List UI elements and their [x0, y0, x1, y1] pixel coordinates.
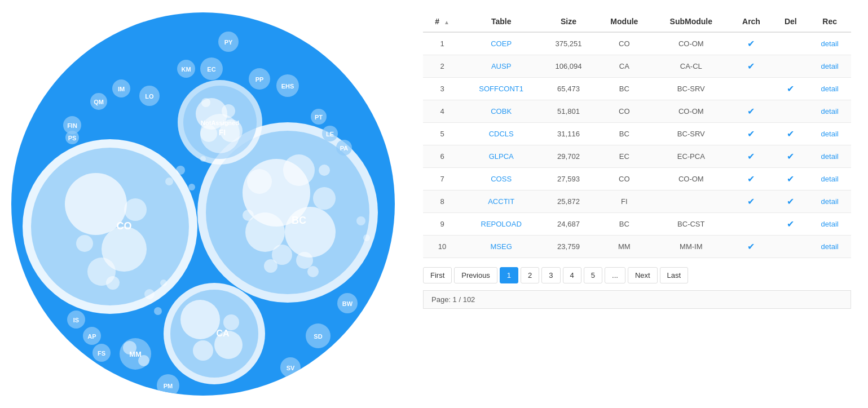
svg-point-16 — [313, 187, 336, 210]
svg-text:PM: PM — [164, 383, 173, 389]
arch-check: ✔ — [747, 107, 755, 116]
rec-detail-link[interactable]: detail — [821, 62, 839, 70]
table-link[interactable]: COSS — [491, 175, 512, 183]
cell-id: 8 — [423, 190, 461, 213]
svg-text:SV: SV — [287, 365, 295, 371]
arch-check: ✔ — [747, 174, 755, 184]
cell-arch: ✔ — [730, 190, 773, 213]
cell-submodule: BC-CST — [653, 213, 730, 236]
cell-rec: detail — [808, 32, 851, 55]
table-link[interactable]: AUSP — [491, 62, 511, 70]
table-link[interactable]: CDCLS — [489, 130, 514, 138]
svg-text:KM: KM — [181, 66, 191, 73]
bubble-chart: CO BC CA — [11, 12, 395, 396]
next-button[interactable]: Next — [628, 267, 658, 283]
rec-detail-link[interactable]: detail — [821, 220, 839, 228]
cell-id: 1 — [423, 32, 461, 55]
svg-point-86 — [188, 184, 195, 190]
pagination: First Previous 1 2 3 4 5 ... Next Last — [423, 267, 851, 283]
page-info: Page: 1 / 102 — [423, 290, 851, 309]
table-row: 1 COEP 375,251 CO CO-OM ✔ detail — [423, 32, 851, 55]
cell-table: SOFFCONT1 — [461, 78, 541, 100]
table-link[interactable]: ACCTIT — [488, 197, 514, 206]
col-header-size: Size — [541, 11, 596, 32]
svg-text:IM: IM — [118, 86, 125, 92]
rec-detail-link[interactable]: detail — [821, 175, 839, 183]
cell-rec: detail — [808, 236, 851, 258]
svg-text:PT: PT — [315, 114, 323, 121]
rec-detail-link[interactable]: detail — [821, 85, 839, 93]
svg-point-19 — [264, 259, 277, 273]
table-link[interactable]: MSEG — [491, 242, 512, 251]
cell-submodule: CA-CL — [653, 55, 730, 78]
table-link[interactable]: SOFFCONT1 — [479, 85, 523, 93]
first-button[interactable]: First — [423, 267, 452, 283]
svg-text:MM: MM — [129, 350, 142, 358]
page-3-button[interactable]: 3 — [541, 267, 560, 283]
cell-module: EC — [596, 145, 653, 168]
del-check: ✔ — [787, 152, 794, 161]
svg-point-18 — [296, 252, 313, 269]
cell-rec: detail — [808, 78, 851, 100]
svg-point-20 — [307, 266, 319, 277]
table-area: # ▲ Table Size Module SubModule Arch Del… — [406, 0, 868, 408]
table-link[interactable]: GLPCA — [489, 152, 514, 161]
svg-text:PY: PY — [224, 39, 233, 46]
rec-detail-link[interactable]: detail — [821, 242, 839, 251]
svg-point-88 — [165, 178, 173, 185]
last-button[interactable]: Last — [660, 267, 689, 283]
cell-table: ACCTIT — [461, 190, 541, 213]
col-header-module: Module — [596, 11, 653, 32]
svg-text:PS: PS — [68, 135, 77, 141]
cell-module: BC — [596, 213, 653, 236]
svg-text:IS: IS — [73, 317, 79, 323]
cell-module: FI — [596, 190, 653, 213]
cell-submodule: EC-PCA — [653, 145, 730, 168]
page-info-text: Page: 1 / 102 — [431, 295, 475, 304]
arch-check: ✔ — [747, 39, 755, 48]
svg-point-93 — [160, 280, 167, 286]
cell-arch: ✔ — [730, 100, 773, 123]
cell-arch: ✔ — [730, 145, 773, 168]
table-link[interactable]: COEP — [491, 39, 512, 48]
cell-module: BC — [596, 78, 653, 100]
rec-detail-link[interactable]: detail — [821, 107, 839, 116]
table-row: 6 GLPCA 29,702 EC EC-PCA ✔ ✔ detail — [423, 145, 851, 168]
sort-icon[interactable]: ▲ — [444, 19, 450, 25]
rec-detail-link[interactable]: detail — [821, 130, 839, 138]
cell-module: CO — [596, 168, 653, 190]
cell-module: CA — [596, 55, 653, 78]
cell-arch: ✔ — [730, 168, 773, 190]
svg-point-85 — [176, 166, 185, 175]
table-row: 8 ACCTIT 25,872 FI ✔ ✔ detail — [423, 190, 851, 213]
cell-submodule — [653, 190, 730, 213]
rec-detail-link[interactable]: detail — [821, 39, 839, 48]
page-2-button[interactable]: 2 — [521, 267, 539, 283]
cell-id: 9 — [423, 213, 461, 236]
cell-del — [773, 55, 808, 78]
cell-submodule: MM-IM — [653, 236, 730, 258]
page-4-button[interactable]: 4 — [563, 267, 581, 283]
col-header-del: Del — [773, 11, 808, 32]
cell-id: 3 — [423, 78, 461, 100]
arch-check: ✔ — [747, 242, 755, 251]
cell-id: 6 — [423, 145, 461, 168]
svg-point-21 — [319, 165, 330, 176]
svg-text:PP: PP — [255, 76, 264, 83]
cell-table: AUSP — [461, 55, 541, 78]
cell-size: 27,593 — [541, 168, 596, 190]
table-link[interactable]: REPOLOAD — [481, 220, 522, 228]
cell-table: REPOLOAD — [461, 213, 541, 236]
page-1-button[interactable]: 1 — [500, 267, 518, 283]
svg-point-90 — [363, 234, 370, 241]
rec-detail-link[interactable]: detail — [821, 197, 839, 206]
svg-point-14 — [283, 154, 315, 186]
page-ellipsis[interactable]: ... — [605, 267, 625, 283]
cell-rec: detail — [808, 100, 851, 123]
table-link[interactable]: COBK — [491, 107, 512, 116]
col-header-rec: Rec — [808, 11, 851, 32]
page-5-button[interactable]: 5 — [584, 267, 602, 283]
rec-detail-link[interactable]: detail — [821, 152, 839, 161]
svg-point-26 — [180, 300, 220, 339]
previous-button[interactable]: Previous — [454, 267, 497, 283]
